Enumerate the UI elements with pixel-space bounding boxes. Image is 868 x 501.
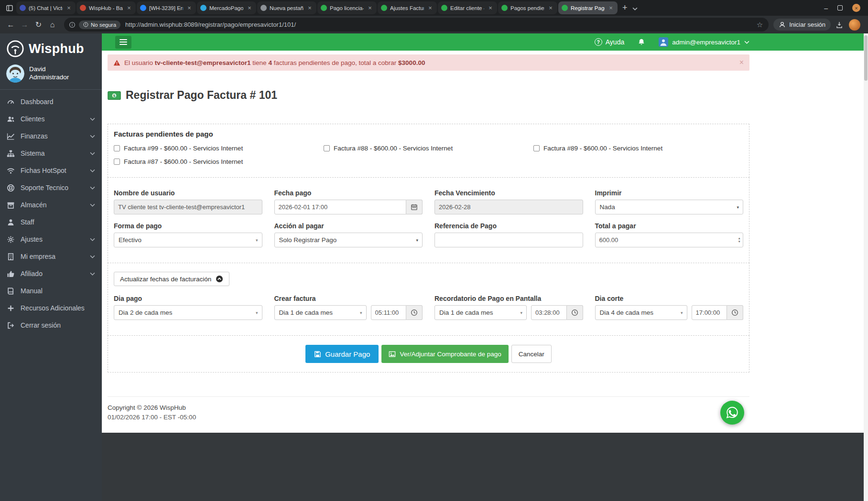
- scrollbar[interactable]: [864, 33, 868, 501]
- actualizar-fechas-button[interactable]: Actualizar fechas de facturación: [114, 272, 229, 286]
- address-bar[interactable]: No segura http://admin.wisphub:8089/regi…: [64, 18, 769, 32]
- browser-tab[interactable]: Editar cliente - ×: [438, 1, 497, 14]
- scrollbar-thumb[interactable]: [864, 35, 868, 81]
- sidebar-item-recursos-adicionales[interactable]: Recursos Adicionales: [0, 299, 102, 317]
- whatsapp-fab[interactable]: [720, 401, 744, 425]
- download-icon[interactable]: [835, 21, 843, 29]
- maximize-button[interactable]: [837, 5, 843, 11]
- tab-close-icon[interactable]: ×: [367, 4, 373, 11]
- calendar-icon[interactable]: [406, 200, 423, 214]
- browser-tab[interactable]: Pagos pendien ×: [498, 1, 557, 14]
- dia-pago-select[interactable]: Dia 2 de cada mes ▾: [114, 305, 262, 320]
- accion-al-pagar-select[interactable]: Solo Registrar Pago ▾: [274, 233, 423, 247]
- ver-adjuntar-comprobante-button[interactable]: Ver/Adjuntar Comprobante de pago: [381, 345, 508, 363]
- checkbox[interactable]: [533, 145, 540, 151]
- browser-sidebar-icon[interactable]: [3, 2, 16, 14]
- checkbox[interactable]: [324, 145, 330, 151]
- notifications-button[interactable]: [638, 38, 645, 46]
- invoice-checkbox-item[interactable]: Factura #87 - $600.00 - Servicios Intern…: [114, 157, 324, 166]
- tab-close-icon[interactable]: ×: [246, 4, 253, 11]
- tab-search-chevron-icon[interactable]: [632, 4, 638, 12]
- account-menu[interactable]: admin@empresavictor1: [659, 37, 749, 47]
- sidebar-item-fichas-hotspot[interactable]: Fichas HotSpot: [0, 162, 102, 179]
- alert-close-icon[interactable]: ×: [739, 58, 744, 67]
- new-tab-button[interactable]: +: [618, 3, 632, 13]
- browser-tab[interactable]: WispHub - Bac ×: [76, 1, 136, 14]
- tab-close-icon[interactable]: ×: [487, 4, 494, 11]
- sidebar-toggle-button[interactable]: [115, 36, 131, 49]
- number-spinner[interactable]: ▲ ▼: [738, 237, 741, 244]
- browser-profile-avatar[interactable]: [849, 19, 860, 31]
- browser-tab[interactable]: Registrar Pago ×: [558, 1, 618, 14]
- home-button[interactable]: ⌂: [45, 18, 59, 32]
- tab-close-icon[interactable]: ×: [65, 4, 72, 11]
- sidebar-item-cerrar-sesion[interactable]: Cerrar sesión: [0, 317, 102, 334]
- tab-close-icon[interactable]: ×: [608, 4, 614, 11]
- total-a-pagar-input[interactable]: [595, 233, 744, 247]
- tab-close-icon[interactable]: ×: [547, 4, 554, 11]
- archive-icon: [7, 201, 15, 209]
- recordatorio-time-input[interactable]: [531, 305, 566, 320]
- site-info-icon[interactable]: [69, 21, 76, 28]
- nombre-usuario-input[interactable]: [114, 200, 262, 214]
- security-badge[interactable]: No segura: [79, 21, 120, 29]
- help-button[interactable]: ? Ayuda: [595, 38, 624, 46]
- sidebar-item-soporte-tecnico[interactable]: Soporte Tecnico: [0, 179, 102, 196]
- top-navbar: ? Ayuda admin@empresavictor1: [102, 33, 868, 51]
- sidebar-item-dashboard[interactable]: Dashboard: [0, 93, 102, 110]
- sidebar-item-almacen[interactable]: Almacén: [0, 196, 102, 213]
- referencia-de-pago-input[interactable]: [434, 233, 583, 247]
- imprimir-select[interactable]: Nada ▾: [595, 200, 744, 214]
- browser-tab[interactable]: MercadoPago - ×: [197, 1, 256, 14]
- browser-tab[interactable]: Nueva pestaña ×: [257, 1, 316, 14]
- minimize-button[interactable]: –: [824, 4, 828, 12]
- close-window-button[interactable]: ×: [852, 4, 860, 12]
- crear-factura-select[interactable]: Dia 1 de cada mes ▾: [274, 305, 367, 320]
- url-text[interactable]: http://admin.wisphub:8089/registrar/pago…: [125, 21, 753, 28]
- forma-de-pago-select[interactable]: Efectivo ▾: [114, 233, 262, 247]
- dia-corte-time-input[interactable]: [692, 305, 727, 320]
- browser-tab[interactable]: [WH-3239] Erro ×: [137, 1, 196, 14]
- tab-favicon: [80, 5, 86, 11]
- dia-corte-select[interactable]: Dia 4 de cada mes ▾: [595, 305, 687, 320]
- select-arrow-icon: ▾: [256, 238, 258, 243]
- thumbs-up-icon: [7, 270, 15, 278]
- invoice-checkbox-item[interactable]: Factura #89 - $600.00 - Servicios Intern…: [533, 144, 743, 152]
- cancelar-button[interactable]: Cancelar: [511, 345, 552, 363]
- sidebar-item-mi-empresa[interactable]: Mi empresa: [0, 248, 102, 265]
- clock-icon[interactable]: [567, 305, 583, 320]
- guardar-pago-button[interactable]: Guardar Pago: [305, 345, 379, 363]
- sidebar-item-staff[interactable]: Staff: [0, 213, 102, 231]
- tab-close-icon[interactable]: ×: [186, 4, 193, 11]
- browser-tab[interactable]: (5) Chat | Victo ×: [16, 1, 76, 14]
- sidebar-item-sistema[interactable]: Sistema: [0, 145, 102, 162]
- tab-close-icon[interactable]: ×: [306, 4, 313, 11]
- sidebar-item-clientes[interactable]: Clientes: [0, 110, 102, 128]
- fecha-pago-input[interactable]: [274, 200, 407, 214]
- browser-tab[interactable]: Ajustes Factura ×: [378, 1, 437, 14]
- brand[interactable]: Wisphub: [0, 33, 102, 62]
- sidebar-item-ajustes[interactable]: Ajustes: [0, 231, 102, 248]
- sidebar-item-manual[interactable]: Manual: [0, 282, 102, 299]
- bookmark-star-icon[interactable]: ☆: [753, 21, 767, 29]
- sidebar-item-afiliado[interactable]: Afiliado: [0, 265, 102, 282]
- checkbox[interactable]: [114, 159, 120, 165]
- crear-factura-time-input[interactable]: [371, 305, 406, 320]
- fecha-vencimiento-input[interactable]: [434, 200, 583, 214]
- sidebar-item-finanzas[interactable]: Finanzas: [0, 128, 102, 145]
- invoice-checkbox-item[interactable]: Factura #99 - $600.00 - Servicios Intern…: [114, 144, 324, 152]
- back-button[interactable]: ←: [4, 18, 18, 32]
- tab-close-icon[interactable]: ×: [126, 4, 132, 11]
- recordatorio-select[interactable]: Dia 1 de cada mes ▾: [434, 305, 527, 320]
- reload-button[interactable]: ↻: [32, 18, 45, 32]
- tab-close-icon[interactable]: ×: [427, 4, 434, 11]
- tab-title: MercadoPago -: [209, 5, 243, 11]
- forward-button[interactable]: →: [18, 18, 32, 32]
- checkbox[interactable]: [114, 145, 120, 151]
- clock-icon[interactable]: [406, 305, 423, 320]
- tab-title: WispHub - Bac: [89, 5, 123, 11]
- clock-icon[interactable]: [727, 305, 743, 320]
- signin-button[interactable]: Iniciar sesión: [773, 19, 831, 31]
- browser-tab[interactable]: Pago licencia-p ×: [317, 1, 377, 14]
- invoice-checkbox-item[interactable]: Factura #88 - $600.00 - Servicios Intern…: [324, 144, 533, 152]
